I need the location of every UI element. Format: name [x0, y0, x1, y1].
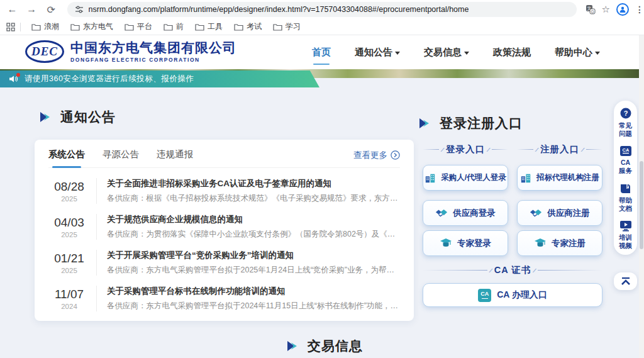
book-icon — [619, 183, 632, 194]
alert-dot — [16, 73, 20, 77]
handshake-icon — [435, 208, 448, 218]
notices-card: 系统公告 寻源公告 违规通报 查看更多 08/28 2025 关于全面推进非招标… — [35, 140, 414, 321]
notice-title[interactable]: 关于开展采购管理平台“竞价采购业务”培训的通知 — [107, 250, 400, 261]
float-label: 培训视频 — [618, 233, 633, 250]
building-icon — [425, 172, 436, 184]
notice-date-year: 2025 — [48, 267, 90, 274]
reload-button[interactable]: ⟳ — [44, 1, 58, 18]
notice-row[interactable]: 08/28 2025 关于全面推进非招标采购业务CA认证及电子签章应用的通知 各… — [48, 173, 400, 209]
view-more-link[interactable]: 查看更多 — [353, 150, 400, 161]
dec-logo-icon: DEC — [25, 40, 64, 63]
site-info-icon[interactable] — [75, 5, 84, 14]
nav-item-help-center[interactable]: 帮助中心 — [555, 43, 600, 62]
button-label: 专家注册 — [552, 238, 586, 249]
tab-violation-reports[interactable]: 违规通报 — [157, 148, 193, 162]
register-entry-label: 注册入口 — [540, 143, 579, 155]
section-title: 登录注册入口 — [440, 115, 523, 132]
graduation-cap-icon — [440, 238, 452, 249]
back-to-top-button[interactable] — [614, 272, 637, 290]
notice-ticker: 请使用360安全浏览器进行后续投标、报价操作 — [0, 70, 319, 87]
bookmark-label: 浪潮 — [44, 21, 59, 32]
circle-arrow-icon — [391, 150, 400, 160]
nav-label: 通知公告 — [355, 47, 392, 59]
bookmark-folder[interactable]: 东方电气 — [65, 20, 119, 34]
nav-label: 首页 — [312, 47, 331, 59]
video-icon — [619, 220, 632, 232]
supplier-register-button[interactable]: 供应商注册 — [517, 200, 602, 226]
notice-body: 关于开展采购管理平台“竞价采购业务”培训的通知 各供应商：东方电气采购管理平台拟… — [96, 250, 400, 276]
bookmark-label: 工具 — [208, 21, 223, 32]
expert-register-button[interactable]: 专家注册 — [517, 230, 602, 256]
nav-label: 帮助中心 — [555, 47, 592, 59]
bookmark-folder[interactable]: 浪潮 — [26, 20, 65, 34]
building-icon — [520, 172, 531, 184]
bookmark-folder[interactable]: 考试 — [228, 20, 267, 34]
tab-system-notices[interactable]: 系统公告 — [48, 148, 85, 162]
to-top-icon — [620, 277, 631, 286]
button-label: CA 办理入口 — [497, 289, 547, 301]
nav-item-policies[interactable]: 政策法规 — [493, 43, 531, 62]
notice-title[interactable]: 关于规范供应商企业规模信息的通知 — [107, 214, 400, 225]
profile-avatar[interactable] — [616, 3, 629, 16]
faq-item[interactable]: ? 常见问题 — [616, 107, 635, 138]
bookmark-folder[interactable]: 学习 — [267, 20, 306, 34]
site-header: DEC 中国东方电气集团有限公司 DONGFANG ELECTRIC CORPO… — [0, 35, 644, 70]
section-arrow-icon — [38, 109, 53, 125]
supplier-login-button[interactable]: 供应商登录 — [423, 200, 508, 226]
nav-label: 交易信息 — [424, 47, 462, 59]
notice-date: 01/21 2025 — [48, 252, 90, 274]
ca-cert-label: CA 证书 — [494, 264, 531, 276]
notices-section-header: 通知公告 — [38, 108, 116, 126]
button-label: 供应商注册 — [547, 208, 590, 219]
bookmark-folder[interactable]: 平台 — [119, 20, 158, 34]
notice-date-year: 2025 — [48, 231, 90, 238]
section-title: 交易信息 — [308, 337, 363, 355]
main-nav: 首页 通知公告 交易信息 政策法规 帮助中心 — [312, 35, 600, 70]
scrollbar-thumb[interactable] — [640, 161, 643, 249]
translate-icon[interactable]: 文G — [586, 4, 596, 14]
agency-register-button[interactable]: 招标代理机构注册 — [517, 165, 602, 191]
graduation-cap-icon — [534, 238, 547, 249]
url-bar[interactable]: nsrm.dongfang.com/platform/runtime/epp/d… — [67, 2, 577, 17]
bookmark-folder[interactable]: 工具 — [189, 20, 228, 34]
notice-title[interactable]: 关于采购管理平台标书在线制作功能培训的通知 — [107, 286, 400, 297]
help-docs-item[interactable]: 帮助文档 — [616, 183, 635, 213]
button-label: 采购人/代理人登录 — [441, 172, 506, 183]
back-button[interactable]: ← — [5, 1, 19, 18]
tab-sourcing-notices[interactable]: 寻源公告 — [103, 148, 139, 162]
notice-date: 04/03 2025 — [48, 216, 90, 238]
expert-login-button[interactable]: 专家登录 — [423, 230, 508, 256]
notice-date-md: 04/03 — [48, 216, 90, 230]
nav-item-home[interactable]: 首页 — [312, 43, 331, 62]
forward-button[interactable]: → — [25, 1, 39, 18]
notice-desc: 各供应商：东方电气采购管理平台拟于2025年1月24日上线“竞价采购”业务，为帮… — [107, 265, 400, 276]
ca-apply-button[interactable]: CA CA 办理入口 — [423, 283, 602, 307]
bookmark-label: 前 — [176, 21, 184, 32]
chevron-down-icon — [595, 52, 600, 55]
notice-title[interactable]: 关于全面推进非招标采购业务CA认证及电子签章应用的通知 — [107, 178, 400, 189]
button-label: 供应商登录 — [453, 208, 496, 219]
purchaser-login-button[interactable]: 采购人/代理人登录 — [423, 165, 508, 191]
notice-date-md: 01/21 — [48, 252, 90, 266]
nav-item-trade-info[interactable]: 交易信息 — [424, 43, 469, 62]
chrome-menu-icon[interactable]: ⋮ — [635, 4, 644, 14]
login-entry-label: 登录入口 — [446, 143, 485, 155]
ca-cert-header: ⁄⁄ CA 证书 ⁄⁄ — [423, 264, 602, 276]
svg-text:CA: CA — [622, 147, 629, 153]
float-label: 常见问题 — [618, 121, 633, 138]
company-logo[interactable]: DEC 中国东方电气集团有限公司 DONGFANG ELECTRIC CORPO… — [25, 40, 236, 63]
login-entry-header: ⁄⁄ 登录入口 ⁄⁄ — [423, 143, 508, 155]
apps-grid-icon[interactable] — [6, 23, 15, 31]
notice-row[interactable]: 04/03 2025 关于规范供应商企业规模信息的通知 各供应商：为贯彻落实《保… — [48, 209, 400, 245]
notice-row[interactable]: 01/21 2025 关于开展采购管理平台“竞价采购业务”培训的通知 各供应商：… — [48, 245, 400, 281]
ca-service-item[interactable]: CA CA服务 — [616, 145, 635, 175]
bookmark-folder[interactable]: 前 — [158, 20, 189, 34]
bookmark-star-icon[interactable]: ☆ — [602, 4, 610, 15]
nav-item-notices[interactable]: 通知公告 — [355, 43, 400, 62]
notice-desc: 各供应商：为贯彻落实《保障中小企业款项支付条例》（国务院令第802号）及《中小企… — [107, 229, 400, 240]
notice-row[interactable]: 11/07 2024 关于采购管理平台标书在线制作功能培训的通知 各供应商：东方… — [48, 281, 400, 316]
trade-section-header: 交易信息 — [285, 337, 363, 355]
register-entry-header: ⁄⁄ 注册入口 ⁄⁄ — [517, 143, 602, 155]
ca-icon: CA — [478, 289, 491, 302]
training-videos-item[interactable]: 培训视频 — [616, 220, 635, 250]
